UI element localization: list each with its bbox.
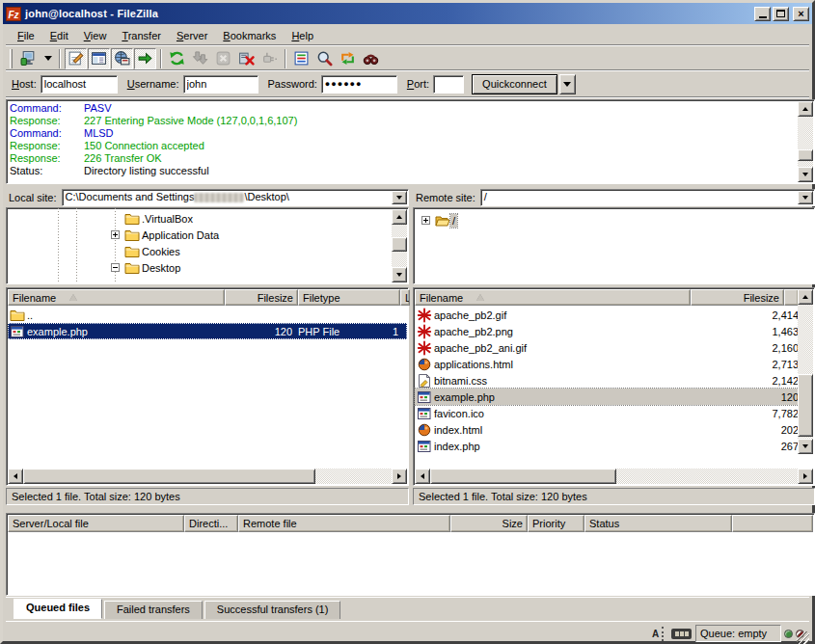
speed-limits-icon[interactable] <box>671 629 692 639</box>
disconnect-icon <box>238 50 255 67</box>
tab-failed-transfers[interactable]: Failed transfers <box>104 601 203 619</box>
scroll-right-button[interactable] <box>798 469 813 484</box>
queue-header-status[interactable]: Status <box>584 515 732 532</box>
local-file-list: Filename Filesize Filetype L .. example.… <box>6 287 409 486</box>
file-row-parent-dir[interactable]: .. <box>8 307 407 323</box>
column-header-filename[interactable]: Filename <box>415 289 691 306</box>
file-row[interactable]: apache_pb2.gif 2,414 <box>415 307 799 323</box>
maximize-button[interactable] <box>773 7 789 21</box>
scroll-up-button[interactable] <box>798 101 813 117</box>
remote-list-hscrollbar[interactable] <box>415 469 813 484</box>
toggle-local-tree-button[interactable] <box>88 48 110 69</box>
toggle-message-log-button[interactable] <box>65 48 87 69</box>
directory-listing-filters-button[interactable] <box>290 48 312 69</box>
file-row[interactable]: index.php 267 <box>415 438 799 454</box>
remote-site-combobox[interactable]: / <box>480 189 815 206</box>
file-row[interactable]: favicon.ico 7,782 <box>415 405 799 421</box>
file-row[interactable]: applications.html 2,713 <box>415 356 799 372</box>
menu-transfer[interactable]: Transfer <box>114 28 169 43</box>
combo-dropdown-button[interactable] <box>798 191 813 204</box>
toolbar-grip[interactable] <box>10 49 13 68</box>
column-header-last-modified[interactable]: L <box>400 289 410 306</box>
menu-bookmarks[interactable]: Bookmarks <box>215 28 284 43</box>
queue-header-priority[interactable]: Priority <box>528 515 584 532</box>
menu-server[interactable]: Server <box>169 28 215 43</box>
queue-header-remote-file[interactable]: Remote file <box>238 515 450 532</box>
local-list-hscrollbar[interactable] <box>8 469 407 484</box>
scroll-thumb[interactable] <box>23 469 315 484</box>
tab-queued-files[interactable]: Queued files <box>14 599 102 619</box>
apache-feather-icon <box>417 340 432 356</box>
scroll-thumb[interactable] <box>798 149 813 161</box>
port-input[interactable] <box>433 75 464 94</box>
close-button[interactable]: × <box>793 7 809 21</box>
tree-item-cookies[interactable]: Cookies <box>124 243 182 259</box>
scroll-left-button[interactable] <box>8 469 23 484</box>
scroll-thumb[interactable] <box>798 374 813 437</box>
minimize-button[interactable] <box>754 7 771 21</box>
scroll-thumb[interactable] <box>430 469 616 484</box>
queue-header-size[interactable]: Size <box>450 515 528 532</box>
tree-item-desktop[interactable]: Desktop <box>124 259 182 276</box>
tab-successful-transfers[interactable]: Successful transfers (1) <box>204 601 341 619</box>
file-row-selected[interactable]: example.php 120 <box>415 389 799 405</box>
remote-list-vscrollbar[interactable] <box>798 289 813 454</box>
queue-header-direction[interactable]: Directi... <box>184 515 238 532</box>
menu-help[interactable]: Help <box>284 28 321 43</box>
site-manager-dropdown-button[interactable] <box>41 48 55 69</box>
reconnect-button[interactable] <box>258 48 281 69</box>
tree-item-application-data[interactable]: Application Data <box>124 227 221 243</box>
menu-edit[interactable]: Edit <box>42 28 76 43</box>
site-manager-button[interactable] <box>17 48 40 69</box>
tree-item-virtualbox[interactable]: .VirtualBox <box>124 210 195 227</box>
combo-dropdown-button[interactable] <box>392 191 407 204</box>
menu-file[interactable]: File <box>10 28 42 43</box>
column-header-filetype[interactable]: Filetype <box>298 289 400 306</box>
tree-expander-minus[interactable] <box>111 263 120 272</box>
host-input[interactable] <box>41 75 118 94</box>
queue-header-server-local-file[interactable]: Server/Local file <box>8 515 184 532</box>
scroll-down-button[interactable] <box>798 167 813 182</box>
password-input[interactable] <box>321 75 397 94</box>
username-input[interactable] <box>183 75 258 94</box>
column-header-filename[interactable]: Filename <box>8 289 225 306</box>
log-scrollbar[interactable] <box>798 101 813 182</box>
scroll-down-button[interactable] <box>392 267 407 282</box>
process-queue-button[interactable] <box>189 48 211 69</box>
scroll-down-button[interactable] <box>798 439 813 454</box>
filezilla-logo-icon[interactable]: Fz <box>6 7 21 21</box>
local-site-combobox[interactable]: C:\Documents and Settings\Desktop\ <box>62 189 409 206</box>
synchronized-browsing-button[interactable] <box>337 48 359 69</box>
column-header-filesize[interactable]: Filesize <box>225 289 298 306</box>
scroll-up-button[interactable] <box>798 289 813 305</box>
file-row[interactable]: index.html 202 <box>415 421 799 438</box>
file-row[interactable]: apache_pb2.png 1,463 <box>415 323 799 339</box>
local-site-row: Local site: C:\Documents and Settings\De… <box>6 189 409 206</box>
folder-icon <box>124 260 140 276</box>
refresh-button[interactable] <box>166 48 188 69</box>
compare-directories-button[interactable] <box>313 48 336 69</box>
resize-grip-icon[interactable] <box>797 631 809 644</box>
scroll-left-button[interactable] <box>415 469 430 484</box>
menu-view[interactable]: View <box>76 28 115 43</box>
scroll-up-button[interactable] <box>392 209 407 225</box>
quickconnect-dropdown-button[interactable] <box>559 74 576 94</box>
cancel-icon <box>215 50 231 67</box>
data-type-ascii-icon[interactable]: A <box>649 627 664 641</box>
scroll-right-button[interactable] <box>392 469 407 484</box>
disconnect-button[interactable] <box>235 48 258 69</box>
file-row[interactable]: apache_pb2_ani.gif 2,160 <box>415 339 799 356</box>
quickconnect-button[interactable]: Quickconnect <box>472 74 557 94</box>
toggle-queue-button[interactable] <box>134 48 156 69</box>
tree-item-root[interactable]: / <box>435 212 457 228</box>
tree-expander-plus[interactable] <box>111 230 120 239</box>
column-header-filesize[interactable]: Filesize <box>691 289 784 306</box>
cancel-operation-button[interactable] <box>212 48 234 69</box>
toggle-remote-tree-button[interactable] <box>111 48 133 69</box>
file-row-example-php[interactable]: example.php 120 PHP File 1 <box>8 323 407 339</box>
scroll-thumb[interactable] <box>392 237 407 252</box>
file-row[interactable]: bitnami.css 2,142 <box>415 372 799 389</box>
local-tree-scrollbar[interactable] <box>392 209 407 282</box>
tree-expander-plus[interactable] <box>421 216 430 225</box>
find-files-button[interactable] <box>360 48 382 69</box>
